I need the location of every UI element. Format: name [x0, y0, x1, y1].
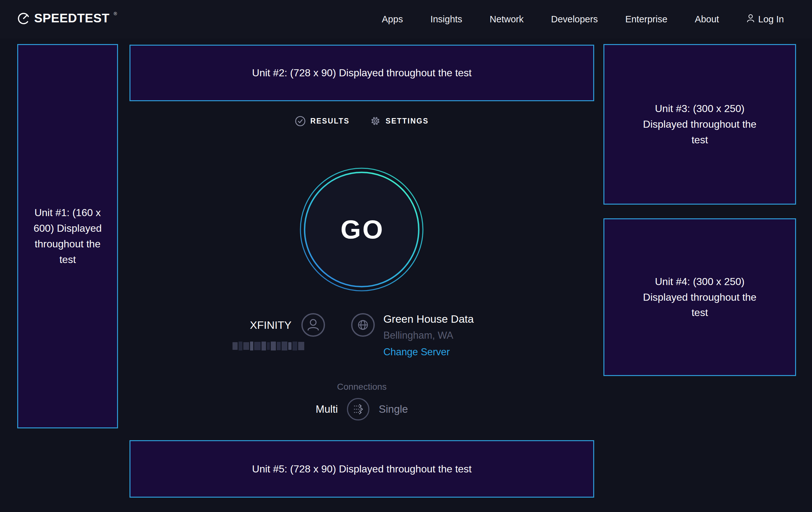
server-name: Green House Data	[383, 313, 474, 325]
nav-item-enterprise[interactable]: Enterprise	[625, 14, 667, 25]
logo-text: SPEEDTEST	[34, 12, 109, 24]
ad-unit-5[interactable]: Unit #5: (728 x 90) Displayed throughout…	[129, 440, 594, 497]
header: SPEEDTEST ® Apps Insights Network Develo…	[0, 0, 812, 38]
results-button[interactable]: RESULTS	[295, 115, 350, 127]
results-label: RESULTS	[310, 117, 350, 126]
ad-unit-2-text: Unit #2: (728 x 90) Displayed throughout…	[252, 65, 471, 81]
nav-item-about[interactable]: About	[695, 14, 719, 25]
multi-connections-option[interactable]: Multi	[316, 403, 338, 415]
nav-item-apps[interactable]: Apps	[382, 14, 403, 25]
go-label: GO	[299, 167, 424, 292]
server-block: Green House Data Bellingham, WA Change S…	[351, 313, 474, 357]
connections-toggle: Multi Single	[129, 398, 594, 421]
ad-unit-1-text: Unit #1: (160 x 600) Displayed throughou…	[28, 205, 108, 268]
ad-unit-4-text: Unit #4: (300 x 250) Displayed throughou…	[636, 274, 763, 321]
ad-unit-4[interactable]: Unit #4: (300 x 250) Displayed throughou…	[603, 218, 796, 376]
toolbar: RESULTS SETTINGS	[129, 115, 594, 127]
settings-button[interactable]: SETTINGS	[370, 115, 429, 127]
redacted-ip-address	[232, 342, 325, 350]
speedtest-page: SPEEDTEST ® Apps Insights Network Develo…	[0, 0, 812, 512]
go-button[interactable]: GO	[299, 167, 424, 292]
ad-unit-2[interactable]: Unit #2: (728 x 90) Displayed throughout…	[129, 45, 594, 101]
nav-item-network[interactable]: Network	[490, 14, 523, 25]
isp-name: XFINITY	[250, 319, 291, 331]
change-server-link[interactable]: Change Server	[383, 347, 474, 357]
nav-item-insights[interactable]: Insights	[430, 14, 462, 25]
connections-label: Connections	[129, 382, 594, 392]
ad-unit-5-text: Unit #5: (728 x 90) Displayed throughout…	[252, 461, 471, 477]
ad-unit-3-text: Unit #3: (300 x 250) Displayed throughou…	[636, 101, 763, 148]
connection-info: XFINITY	[129, 313, 594, 357]
main-nav: Apps Insights Network Developers Enterpr…	[382, 14, 784, 25]
login-label: Log In	[758, 14, 784, 25]
server-location: Bellingham, WA	[383, 330, 474, 341]
nav-item-developers[interactable]: Developers	[551, 14, 598, 25]
ad-unit-3[interactable]: Unit #3: (300 x 250) Displayed throughou…	[603, 44, 796, 205]
logo-trademark: ®	[114, 11, 117, 16]
ad-unit-1[interactable]: Unit #1: (160 x 600) Displayed throughou…	[17, 44, 118, 428]
logo[interactable]: SPEEDTEST ®	[17, 12, 117, 26]
check-circle-icon	[295, 116, 306, 127]
user-avatar-icon	[301, 313, 325, 337]
globe-icon	[351, 313, 375, 337]
settings-label: SETTINGS	[385, 117, 429, 126]
single-connection-option[interactable]: Single	[379, 403, 408, 415]
user-icon	[746, 14, 755, 25]
login-button[interactable]: Log In	[746, 14, 784, 25]
isp-block: XFINITY	[250, 313, 325, 350]
gear-icon	[370, 115, 381, 127]
speedometer-icon	[17, 12, 30, 26]
connections-toggle-icon[interactable]	[347, 398, 370, 421]
